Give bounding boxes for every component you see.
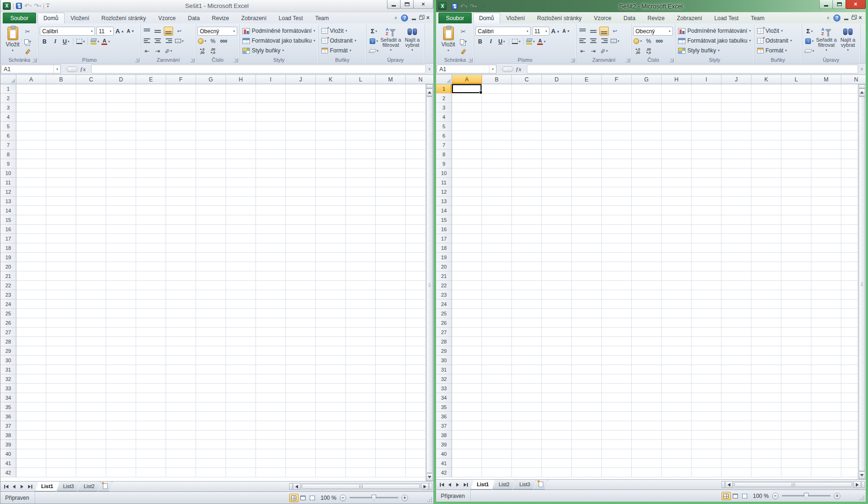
cell-I34[interactable] [256, 393, 286, 402]
cell-K19[interactable] [316, 253, 346, 262]
cell-B22[interactable] [482, 281, 512, 290]
cell-I7[interactable] [256, 140, 286, 150]
cell-B13[interactable] [46, 197, 76, 206]
cell-J26[interactable] [722, 318, 751, 328]
column-header-K[interactable]: K [316, 75, 346, 84]
cell-K28[interactable] [751, 337, 781, 346]
cell-C33[interactable] [76, 384, 106, 393]
cell-F20[interactable] [166, 262, 196, 271]
cell-M42[interactable] [376, 468, 406, 477]
cell-C28[interactable] [512, 337, 542, 346]
font-size-select[interactable]: 11▾ [96, 27, 114, 36]
cell-L33[interactable] [346, 384, 376, 393]
cell-G8[interactable] [196, 150, 226, 159]
column-header-D[interactable]: D [106, 75, 136, 84]
cell-B7[interactable] [482, 140, 512, 150]
cell-J12[interactable] [722, 187, 751, 197]
column-header-A[interactable]: A [452, 75, 482, 84]
cell-H11[interactable] [226, 178, 256, 187]
cell-M12[interactable] [811, 187, 841, 197]
cell-M39[interactable] [811, 440, 841, 449]
cell-J3[interactable] [286, 103, 316, 112]
cell-H14[interactable] [226, 206, 256, 215]
row-header-6[interactable]: 6 [436, 131, 452, 140]
cell-E41[interactable] [136, 459, 166, 468]
dialog-launcher-icon[interactable]: ↘ [234, 58, 238, 62]
cell-D36[interactable] [542, 412, 572, 421]
cell-F4[interactable] [602, 112, 632, 122]
cell-A21[interactable] [16, 271, 46, 281]
cell-E42[interactable] [136, 468, 166, 477]
cell-I23[interactable] [256, 290, 286, 299]
cell-M28[interactable] [811, 337, 841, 346]
cell-K15[interactable] [316, 215, 346, 225]
ribbon-tab-rozložení-stránky[interactable]: Rozložení stránky [531, 13, 588, 23]
cell-J29[interactable] [722, 346, 751, 356]
cell-F41[interactable] [602, 459, 632, 468]
cell-A42[interactable] [452, 468, 482, 477]
cell-G39[interactable] [632, 440, 662, 449]
cell-F22[interactable] [166, 281, 196, 290]
cell-B8[interactable] [46, 150, 76, 159]
zoom-in-button[interactable]: + [834, 493, 840, 499]
cell-C26[interactable] [76, 318, 106, 328]
vertical-scroll-thumb[interactable] [859, 96, 865, 471]
cell-K16[interactable] [316, 225, 346, 234]
cell-H9[interactable] [662, 159, 692, 168]
cell-H26[interactable] [226, 318, 256, 328]
cell-L22[interactable] [781, 281, 811, 290]
cell-L22[interactable] [346, 281, 376, 290]
cell-D30[interactable] [106, 356, 136, 365]
cell-J2[interactable] [286, 94, 316, 103]
cell-M23[interactable] [376, 290, 406, 299]
cell-J7[interactable] [722, 140, 751, 150]
row-header-22[interactable]: 22 [0, 281, 16, 290]
cell-B2[interactable] [46, 94, 76, 103]
cell-J31[interactable] [722, 365, 751, 374]
cell-A19[interactable] [16, 253, 46, 262]
cell-I24[interactable] [692, 299, 722, 309]
cell-C37[interactable] [76, 421, 106, 431]
cell-F27[interactable] [602, 328, 632, 337]
cell-M1[interactable] [376, 84, 406, 94]
cell-F13[interactable] [166, 197, 196, 206]
cell-G18[interactable] [196, 243, 226, 253]
cell-I4[interactable] [692, 112, 722, 122]
row-header-24[interactable]: 24 [436, 299, 452, 309]
cell-C5[interactable] [512, 122, 542, 131]
cell-M3[interactable] [376, 103, 406, 112]
cell-E34[interactable] [572, 393, 602, 402]
italic-button[interactable]: I [51, 37, 60, 46]
cell-M35[interactable] [376, 402, 406, 412]
cell-K42[interactable] [316, 468, 346, 477]
cell-G16[interactable] [632, 225, 662, 234]
cell-A7[interactable] [16, 140, 46, 150]
maximize-button[interactable] [400, 0, 414, 9]
cell-I38[interactable] [692, 431, 722, 440]
previous-sheet-button[interactable] [11, 483, 17, 490]
cell-A27[interactable] [452, 328, 482, 337]
cell-L4[interactable] [781, 112, 811, 122]
cell-F14[interactable] [166, 206, 196, 215]
cell-J27[interactable] [722, 328, 751, 337]
cell-J6[interactable] [286, 131, 316, 140]
cell-C35[interactable] [76, 402, 106, 412]
cell-D18[interactable] [542, 243, 572, 253]
cell-L35[interactable] [346, 402, 376, 412]
cell-J1[interactable] [722, 84, 751, 94]
save-icon[interactable] [16, 3, 22, 9]
ribbon-tab-domů[interactable]: Domů [37, 13, 65, 23]
align-center-button[interactable] [153, 37, 162, 45]
cell-C27[interactable] [76, 328, 106, 337]
cell-J31[interactable] [286, 365, 316, 374]
cell-B12[interactable] [482, 187, 512, 197]
cell-F24[interactable] [602, 299, 632, 309]
cell-E18[interactable] [136, 243, 166, 253]
cell-I26[interactable] [692, 318, 722, 328]
ribbon-tab-vzorce[interactable]: Vzorce [152, 13, 182, 23]
cell-I27[interactable] [692, 328, 722, 337]
cell-H32[interactable] [226, 374, 256, 384]
cell-G24[interactable] [632, 299, 662, 309]
cell-M33[interactable] [811, 384, 841, 393]
cell-F29[interactable] [166, 346, 196, 356]
